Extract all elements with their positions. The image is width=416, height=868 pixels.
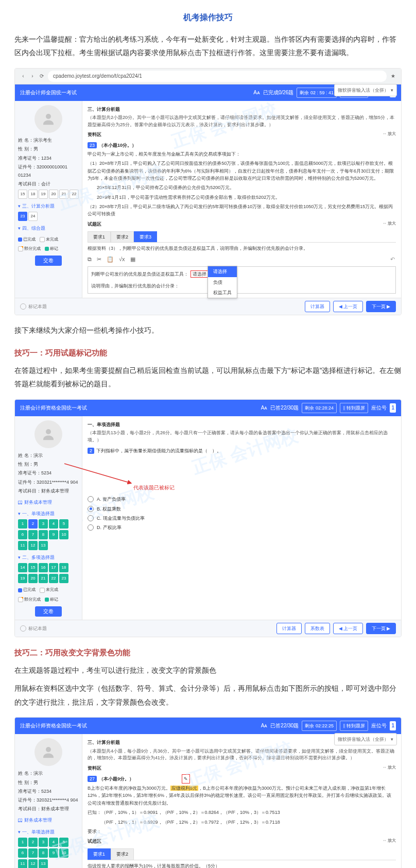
q-num[interactable]: 23 [18, 212, 27, 221]
paste-icon[interactable]: 📋 [107, 254, 114, 265]
option-c[interactable]: C. 现金流量与负债比率 [88, 514, 396, 522]
q-num[interactable]: 8 [39, 848, 48, 858]
subject-link[interactable]: 🕮 财务成本管理 [18, 816, 79, 824]
ime-indicator[interactable]: 微软拼音输入法（全拼） ▾ [334, 733, 397, 745]
q-num[interactable]: 20 [28, 574, 38, 583]
dropdown-option[interactable]: 请选择 [208, 266, 237, 277]
calculator-button[interactable]: 计算器 [305, 301, 330, 312]
q-num[interactable]: 2 [28, 519, 38, 529]
q-num[interactable]: 3 [39, 519, 48, 529]
q-num[interactable]: 23 [59, 574, 68, 583]
expand-button[interactable]: ↔ 放大 [383, 130, 396, 138]
q-num[interactable]: 11 [18, 541, 27, 550]
q-num[interactable]: 13 [39, 541, 48, 550]
prev-button[interactable]: ◀上一页 [333, 301, 363, 312]
mark-question[interactable]: 标记本题 [20, 302, 47, 311]
q-num[interactable]: 15 [28, 563, 38, 572]
q-num[interactable]: 10 [59, 530, 68, 539]
ime-indicator[interactable]: 微软拼音输入法（全拼） ▾ [334, 84, 397, 96]
q-num[interactable]: 21 [59, 190, 68, 199]
section-label[interactable]: ▾ 一、单项选择题 [18, 828, 79, 836]
nav-back-icon[interactable]: ‹ [20, 73, 26, 79]
q-num[interactable]: 5 [59, 519, 68, 529]
q-num[interactable]: 10 [59, 848, 68, 858]
q-num[interactable]: 22 [49, 574, 58, 583]
q-num[interactable]: 11 [18, 859, 27, 868]
q-num[interactable]: 22 [70, 190, 79, 199]
q-num[interactable]: 14 [18, 563, 27, 572]
q-num[interactable]: 2 [28, 838, 38, 847]
submit-button[interactable]: 交卷 [35, 256, 62, 266]
expand-button[interactable]: ↔ 放大 [383, 764, 396, 771]
q-num[interactable]: 6 [18, 848, 27, 858]
q-num[interactable]: 12 [28, 541, 38, 550]
q-num[interactable]: 16 [39, 563, 48, 572]
section-label[interactable]: ▾ 四、综合题 [18, 224, 79, 232]
option-b[interactable]: B. 权益乘数 [88, 505, 396, 513]
next-button[interactable]: 下一页▶ [366, 301, 396, 312]
q-num[interactable]: 3 [39, 838, 48, 847]
q-num[interactable]: 20 [49, 190, 58, 199]
nav-fwd-icon[interactable]: › [29, 73, 36, 79]
q-num[interactable]: 15 [18, 190, 27, 199]
q-num[interactable]: 8 [39, 530, 48, 539]
tab-req2[interactable]: 要求2 [111, 231, 134, 242]
copy-icon[interactable]: ⧉ [88, 254, 92, 265]
section-label[interactable]: ▾ 三、计算分析题 [18, 202, 79, 210]
option-a[interactable]: A. 资产负债率 [88, 495, 396, 503]
q-num[interactable]: 24 [28, 212, 38, 221]
q-num[interactable]: 13 [39, 859, 48, 868]
expand-button[interactable]: ↔ 放大 [383, 220, 396, 227]
q-num[interactable]: 18 [28, 190, 38, 199]
q-num[interactable]: 9 [49, 848, 58, 858]
font-size-icon[interactable]: Aᴀ [253, 88, 260, 97]
dropdown-option[interactable]: 权益工具 [208, 287, 237, 298]
q-num[interactable]: 21 [39, 574, 48, 583]
highlight-button[interactable]: ✎ [182, 774, 190, 784]
q-num[interactable]: 12 [28, 859, 38, 868]
q-num[interactable]: 5 [59, 838, 68, 847]
coefficient-button[interactable]: 系数表 [305, 623, 330, 634]
fullscreen-button[interactable]: ‖ 转到题屏 [340, 721, 369, 731]
q-num[interactable]: 6 [18, 530, 27, 539]
formula-icon[interactable]: √x [119, 254, 125, 265]
q-num[interactable]: 4 [49, 519, 58, 529]
cut-icon[interactable]: ✂ [97, 254, 101, 265]
section-title: 一、单项选择题 [88, 420, 396, 429]
q-num[interactable]: 7 [28, 530, 38, 539]
q-num[interactable]: 1 [18, 519, 27, 529]
expand-button[interactable]: ↔ 放大 [383, 837, 396, 844]
fullscreen-button[interactable]: ‖ 转到题屏 [340, 403, 369, 413]
subject-link[interactable]: 🕮 财务成本管理 [18, 498, 79, 506]
q-num[interactable]: 4 [49, 838, 58, 847]
q-num[interactable]: 19 [18, 574, 27, 583]
tab-req2[interactable]: 要求2 [111, 848, 134, 859]
section-label[interactable]: ▾ 一、单项选择题 [18, 509, 79, 518]
q-num[interactable]: 9 [49, 530, 58, 539]
reload-icon[interactable]: ⟳ [39, 73, 45, 79]
answer-area[interactable]: 判断甲公司发行的优先股是负债还是权益工具： 请选择 请选择 负债 权益工具 说明… [88, 266, 396, 293]
section-label[interactable]: ▾ 二、多项选择题 [18, 553, 79, 561]
q-num[interactable]: 7 [28, 848, 38, 858]
table-icon[interactable]: ▦ [130, 254, 135, 265]
font-size-icon[interactable]: Aᴀ [261, 721, 268, 730]
dropdown-option[interactable]: 负债 [208, 277, 237, 287]
q-num[interactable]: 17 [49, 563, 58, 572]
q-num[interactable]: 18 [59, 563, 68, 572]
font-size-icon[interactable]: Aᴀ [261, 403, 268, 413]
submit-button[interactable]: 交卷 [35, 606, 62, 617]
q-num[interactable]: 1 [18, 838, 27, 847]
star-icon[interactable]: ★ [390, 73, 396, 79]
tab-req1[interactable]: 要求1 [88, 231, 111, 242]
undo-icon[interactable]: ↶ [390, 254, 395, 265]
prev-button[interactable]: ◀上一页 [333, 623, 363, 634]
dropdown-field[interactable]: 请选择 [190, 270, 209, 278]
q-num[interactable]: 19 [39, 190, 48, 199]
tab-req1[interactable]: 要求1 [88, 848, 111, 859]
next-button[interactable]: 下一页▶ [366, 623, 396, 634]
calculator-button[interactable]: 计算器 [276, 623, 302, 634]
url-bar[interactable]: cpademo.joytest.org/demo/t/cpa2024/1 [48, 71, 387, 82]
tab-req3[interactable]: 要求3 [134, 231, 157, 242]
mark-question[interactable]: 标记本题 [20, 624, 47, 633]
option-d[interactable]: D. 产权比率 [88, 523, 396, 532]
